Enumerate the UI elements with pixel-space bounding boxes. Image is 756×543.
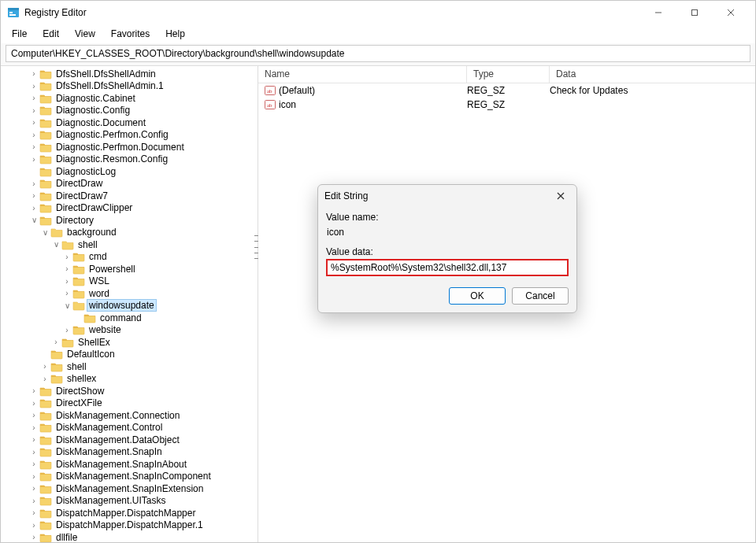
expand-toggle[interactable]: ›	[29, 204, 39, 212]
value-data-field[interactable]	[326, 259, 569, 276]
expand-toggle[interactable]: ›	[62, 289, 72, 297]
tree-item[interactable]: › DirectXFile	[1, 397, 258, 410]
tree-item[interactable]: › ShellEx	[1, 336, 258, 349]
tree-item[interactable]: › DirectDrawClipper	[1, 202, 258, 215]
expand-toggle[interactable]: ›	[29, 497, 39, 505]
tree-item[interactable]: › Powershell	[1, 263, 258, 275]
tree-pane[interactable]: › DfsShell.DfsShellAdmin› DfsShell.DfsSh…	[1, 66, 258, 542]
expand-toggle[interactable]: ›	[29, 411, 39, 419]
expand-toggle[interactable]: ›	[29, 448, 39, 456]
tree-item[interactable]: › DispatchMapper.DispatchMapper.1	[1, 519, 258, 532]
col-name[interactable]: Name	[258, 66, 467, 83]
address-bar[interactable]: Computer\HKEY_CLASSES_ROOT\Directory\bac…	[6, 45, 750, 62]
expand-toggle[interactable]: ›	[62, 264, 72, 273]
tree-item[interactable]: › Diagnostic.Resmon.Config	[1, 153, 258, 166]
menu-view[interactable]: View	[69, 27, 102, 41]
expand-toggle[interactable]: ›	[29, 435, 39, 444]
expand-toggle[interactable]: ›	[29, 386, 39, 395]
menu-edit[interactable]: Edit	[36, 27, 65, 41]
expand-toggle[interactable]: ›	[29, 179, 39, 188]
tree-item[interactable]: › DirectDraw7	[1, 190, 258, 202]
expand-toggle[interactable]: ›	[29, 521, 39, 530]
expand-toggle[interactable]: ∨	[40, 228, 50, 237]
tree-item[interactable]: › Diagnostic.Config	[1, 105, 258, 117]
expand-toggle[interactable]: ›	[29, 484, 39, 493]
tree-item[interactable]: › word	[1, 287, 258, 300]
value-row[interactable]: ab (Default)REG_SZCheck for Updates	[258, 83, 755, 98]
menu-favorites[interactable]: Favorites	[105, 27, 156, 41]
tree-item[interactable]: › DiskManagement.Connection	[1, 409, 258, 422]
tree-item[interactable]: › cmd	[1, 251, 258, 264]
menu-help[interactable]: Help	[159, 27, 191, 41]
expand-toggle[interactable]: ›	[29, 82, 39, 90]
expand-toggle[interactable]: ›	[51, 338, 61, 346]
ok-button[interactable]: OK	[449, 287, 506, 305]
expand-toggle[interactable]: ›	[62, 253, 72, 261]
tree-item[interactable]: › dllfile	[1, 531, 258, 542]
tree-item[interactable]: › DirectShow	[1, 385, 258, 397]
tree-item[interactable]: › DfsShell.DfsShellAdmin.1	[1, 80, 258, 93]
col-data[interactable]: Data	[550, 66, 755, 83]
expand-toggle[interactable]: ›	[29, 472, 39, 481]
tree-item-label: Powershell	[87, 264, 137, 275]
expand-toggle[interactable]: ›	[29, 533, 39, 541]
tree-item[interactable]: › Diagnostic.Document	[1, 116, 258, 129]
tree-item[interactable]: › website	[1, 324, 258, 337]
expand-toggle[interactable]: ›	[29, 399, 39, 408]
tree-item[interactable]: › DiskManagement.UITasks	[1, 495, 258, 508]
tree-item-label: ShellEx	[76, 337, 112, 348]
close-button[interactable]	[713, 1, 749, 24]
tree-item[interactable]: › DiskManagement.DataObject	[1, 434, 258, 446]
tree-item[interactable]: › DispatchMapper.DispatchMapper	[1, 507, 258, 519]
expand-toggle[interactable]: ›	[29, 155, 39, 164]
expand-toggle[interactable]: ›	[29, 508, 39, 517]
cancel-button[interactable]: Cancel	[512, 287, 569, 305]
tree-item[interactable]: › DiskManagement.Control	[1, 422, 258, 434]
menu-file[interactable]: File	[6, 27, 33, 41]
expand-toggle[interactable]: ›	[40, 362, 50, 371]
splitter-handle[interactable]	[254, 235, 258, 259]
tree-item[interactable]: › WSL	[1, 275, 258, 288]
tree-item[interactable]: command	[1, 312, 258, 324]
col-type[interactable]: Type	[467, 66, 550, 83]
tree-item[interactable]: ∨ background	[1, 227, 258, 239]
tree-item[interactable]: ∨ windowsupdate	[1, 300, 258, 312]
expand-toggle[interactable]: ›	[29, 106, 39, 115]
tree-item[interactable]: › DiskManagement.SnapIn	[1, 446, 258, 459]
tree-item[interactable]: ∨ Directory	[1, 214, 258, 227]
value-name-field[interactable]	[326, 224, 569, 240]
address-text: Computer\HKEY_CLASSES_ROOT\Directory\bac…	[11, 48, 345, 59]
tree-item[interactable]: DiagnosticLog	[1, 165, 258, 178]
tree-item[interactable]: › DiskManagement.SnapInComponent	[1, 471, 258, 483]
tree-item[interactable]: › DirectDraw	[1, 178, 258, 190]
tree-item[interactable]: DefaultIcon	[1, 349, 258, 361]
expand-toggle[interactable]: ›	[29, 131, 39, 139]
expand-toggle[interactable]: ›	[40, 375, 50, 383]
expand-toggle[interactable]: ∨	[62, 301, 72, 310]
expand-toggle[interactable]: ›	[29, 460, 39, 468]
tree-item[interactable]: › DiskManagement.SnapInExtension	[1, 482, 258, 495]
tree-item-label: shellex	[65, 373, 98, 384]
expand-toggle[interactable]: ›	[29, 423, 39, 432]
tree-item[interactable]: › Diagnostic.Perfmon.Config	[1, 129, 258, 142]
expand-toggle[interactable]: ›	[62, 326, 72, 334]
expand-toggle[interactable]: ›	[29, 69, 39, 78]
maximize-button[interactable]	[676, 1, 713, 24]
tree-item[interactable]: › shellex	[1, 373, 258, 386]
expand-toggle[interactable]: ›	[29, 94, 39, 102]
value-row[interactable]: ab iconREG_SZ	[258, 98, 755, 112]
tree-item[interactable]: › shell	[1, 360, 258, 373]
expand-toggle[interactable]: ∨	[29, 216, 39, 224]
tree-item[interactable]: › DfsShell.DfsShellAdmin	[1, 68, 258, 80]
tree-item[interactable]: › Diagnostic.Cabinet	[1, 92, 258, 105]
expand-toggle[interactable]: ›	[29, 191, 39, 200]
tree-item[interactable]: ∨ shell	[1, 238, 258, 251]
dialog-close-button[interactable]	[551, 187, 570, 205]
minimize-button[interactable]	[640, 1, 676, 24]
expand-toggle[interactable]: ›	[62, 277, 72, 286]
expand-toggle[interactable]: ∨	[51, 240, 61, 249]
expand-toggle[interactable]: ›	[29, 118, 39, 127]
expand-toggle[interactable]: ›	[29, 142, 39, 151]
tree-item[interactable]: › Diagnostic.Perfmon.Document	[1, 141, 258, 153]
tree-item[interactable]: › DiskManagement.SnapInAbout	[1, 458, 258, 471]
